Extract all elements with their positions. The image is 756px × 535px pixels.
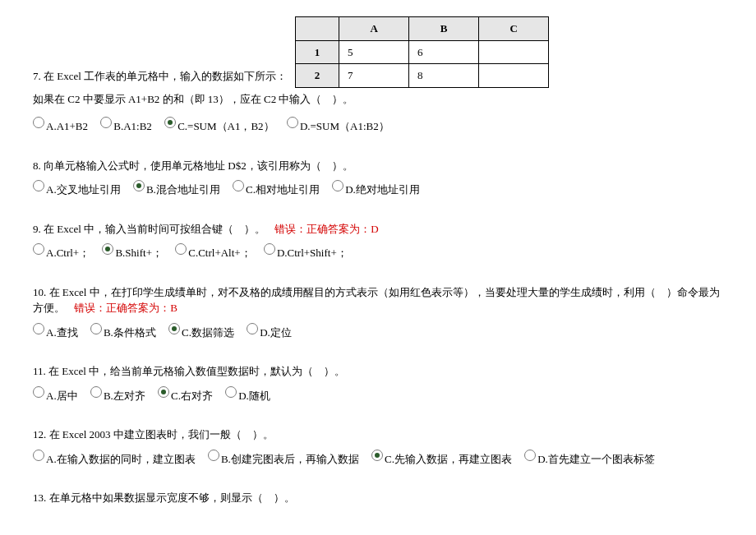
cell-b2: 8 xyxy=(409,64,479,88)
q7-radio-d[interactable] xyxy=(287,117,298,128)
q9-text: 9. 在 Excel 中，输入当前时间可按组合键（ ）。 xyxy=(33,223,265,235)
q9-opt-c: C.Ctrl+Alt+； xyxy=(188,247,251,259)
q10-opt-b: B.条件格式 xyxy=(104,326,156,339)
q9-opt-b: B.Shift+； xyxy=(115,247,163,259)
q11-radio-c[interactable] xyxy=(158,386,169,398)
q11-opt-d: D.随机 xyxy=(238,390,270,402)
q10-opt-c: C.数据筛选 xyxy=(182,326,234,339)
q7-table: A B C 1 5 6 2 7 8 xyxy=(295,16,549,88)
q7-opt-b: B.A1:B2 xyxy=(113,120,152,132)
q10-radio-b[interactable] xyxy=(90,323,102,334)
q12-opt-c: C.先输入数据，再建立图表 xyxy=(385,453,512,465)
cell-b1: 6 xyxy=(409,40,479,64)
q9-radio-b[interactable] xyxy=(102,243,113,255)
q8-radio-c[interactable] xyxy=(233,180,244,191)
q8-radio-b[interactable] xyxy=(133,180,145,191)
q12-radio-d[interactable] xyxy=(524,450,536,461)
q10-error: 错误：正确答案为：B xyxy=(74,302,177,314)
q7-lead: 7. 在 Excel 工作表的单元格中，输入的数据如下所示： xyxy=(33,68,287,88)
cell-c2 xyxy=(479,64,549,88)
q7-trail: 如果在 C2 中要显示 A1+B2 的和（即 13），应在 C2 中输入（ ）。 xyxy=(33,91,353,111)
question-13: 13. 在单元格中如果数据显示宽度不够，则显示（ ）。 xyxy=(33,490,723,506)
q12-radio-a[interactable] xyxy=(33,450,44,461)
table-row2-head: 2 xyxy=(296,64,339,88)
q12-radio-c[interactable] xyxy=(371,450,383,461)
q8-opt-a: A.交叉地址引用 xyxy=(46,183,121,196)
q9-opt-a: A.Ctrl+； xyxy=(46,247,90,259)
q11-opt-b: B.左对齐 xyxy=(104,390,145,402)
question-8: 8. 向单元格输入公式时，使用单元格地址 D$2，该引用称为（ ）。 A.交叉地… xyxy=(33,158,723,198)
q12-opt-b: B.创建完图表后，再输入数据 xyxy=(221,453,359,465)
q7-opt-d: D.=SUM（A1:B2） xyxy=(300,120,390,132)
q8-opt-d: D.绝对地址引用 xyxy=(345,183,420,196)
q9-opt-d: D.Ctrl+Shift+； xyxy=(277,247,348,259)
q12-opt-a: A.在输入数据的同时，建立图表 xyxy=(46,453,196,465)
q8-opt-b: B.混合地址引用 xyxy=(146,183,220,196)
q11-radio-d[interactable] xyxy=(225,386,237,398)
q7-opt-a: A.A1+B2 xyxy=(46,120,88,132)
question-12: 12. 在 Excel 2003 中建立图表时，我们一般（ ）。 A.在输入数据… xyxy=(33,427,723,467)
q8-text: 8. 向单元格输入公式时，使用单元格地址 D$2，该引用称为（ ）。 xyxy=(33,158,723,174)
question-9: 9. 在 Excel 中，输入当前时间可按组合键（ ）。 错误：正确答案为：D … xyxy=(33,221,723,261)
question-10: 10. 在 Excel 中，在打印学生成绩单时，对不及格的成绩用醒目的方式表示（… xyxy=(33,284,723,341)
cell-a2: 7 xyxy=(339,64,409,88)
table-header-b: B xyxy=(409,17,479,41)
q8-opt-c: C.相对地址引用 xyxy=(246,183,320,196)
q11-radio-b[interactable] xyxy=(90,386,102,398)
q9-radio-d[interactable] xyxy=(264,243,275,255)
q7-opt-c: C.=SUM（A1，B2） xyxy=(177,120,274,132)
q8-radio-d[interactable] xyxy=(332,180,343,191)
q12-radio-b[interactable] xyxy=(208,450,219,461)
table-row1-head: 1 xyxy=(296,40,339,64)
q11-opt-c: C.右对齐 xyxy=(171,390,213,402)
q10-opt-a: A.查找 xyxy=(46,326,78,339)
q13-text: 13. 在单元格中如果数据显示宽度不够，则显示（ ）。 xyxy=(33,490,723,506)
cell-c1 xyxy=(479,40,549,64)
q10-radio-d[interactable] xyxy=(247,323,258,334)
q12-opt-d: D.首先建立一个图表标签 xyxy=(537,453,655,465)
q12-text: 12. 在 Excel 2003 中建立图表时，我们一般（ ）。 xyxy=(33,427,723,443)
question-7: 7. 在 Excel 工作表的单元格中，输入的数据如下所示： A B C 1 5… xyxy=(33,16,723,135)
q11-radio-a[interactable] xyxy=(33,386,44,398)
table-header-a: A xyxy=(339,17,409,41)
q11-opt-a: A.居中 xyxy=(46,390,78,402)
q10-radio-a[interactable] xyxy=(33,323,44,334)
q7-radio-a[interactable] xyxy=(33,117,44,128)
table-corner xyxy=(296,17,339,41)
q11-text: 11. 在 Excel 中，给当前单元格输入数值型数据时，默认为（ ）。 xyxy=(33,363,723,380)
q7-radio-b[interactable] xyxy=(100,117,112,128)
q9-error: 错误：正确答案为：D xyxy=(274,223,378,235)
q9-radio-a[interactable] xyxy=(33,243,44,255)
table-header-c: C xyxy=(479,17,549,41)
q7-radio-c[interactable] xyxy=(164,117,176,128)
q8-radio-a[interactable] xyxy=(33,180,44,191)
cell-a1: 5 xyxy=(339,40,409,64)
q10-radio-c[interactable] xyxy=(168,323,180,334)
q9-radio-c[interactable] xyxy=(175,243,187,255)
question-11: 11. 在 Excel 中，给当前单元格输入数值型数据时，默认为（ ）。 A.居… xyxy=(33,363,723,404)
q10-opt-d: D.定位 xyxy=(260,326,292,339)
